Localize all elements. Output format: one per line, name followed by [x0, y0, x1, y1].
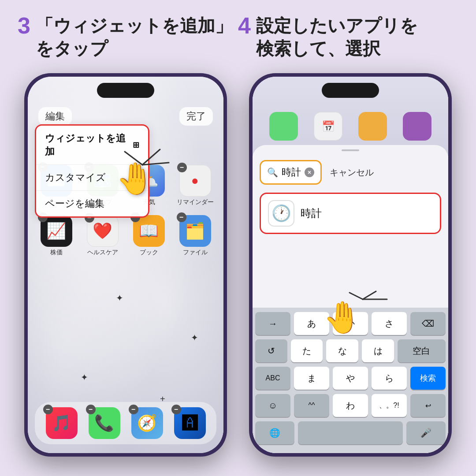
safari-dock[interactable]: − 🧭 [131, 407, 163, 439]
minus-badge: − [171, 405, 181, 414]
minus-badge: − [43, 405, 53, 414]
ra-key[interactable]: ら [372, 367, 407, 390]
search-icon: 🔍 [267, 167, 278, 178]
undo-key[interactable]: ↺ [255, 339, 287, 362]
files-app[interactable]: − 🗂️ ファイル [175, 215, 215, 257]
sparkle-2: ✦ [191, 332, 198, 343]
delete-key[interactable]: ⌫ [410, 312, 446, 335]
step4-block: 4 設定したいアプリを検索して、選択 [238, 14, 458, 60]
sparkle-1: ✦ [116, 293, 123, 303]
tap-hand-1: 🤚 [116, 160, 154, 197]
enter-key[interactable]: ↩ [410, 394, 446, 417]
calendar-icon: 📅 [314, 112, 342, 140]
kb-row-2: ABC ま や ら 検索 [255, 367, 446, 390]
reminders-icon: ● [191, 174, 199, 188]
search-clear-btn[interactable]: × [305, 167, 314, 177]
abc-key[interactable]: ABC [255, 367, 290, 390]
health-label: ヘルスケア [87, 249, 118, 257]
music-dock[interactable]: − 🎵 [46, 407, 78, 439]
widget-panel: 🔍 時計 × キャンセル 🕐 時計 [253, 145, 448, 453]
books-icon: 📖 [139, 222, 159, 240]
step3-number: 3 [18, 14, 30, 37]
tap-hand-2: 🤚 [323, 299, 361, 335]
cancel-btn[interactable]: キャンセル [326, 167, 374, 178]
mic-key[interactable]: 🎤 [406, 421, 446, 444]
blur-app-2: 📅 [314, 112, 342, 141]
ya-key[interactable]: や [333, 367, 368, 390]
books-app[interactable]: − 📖 ブック [129, 215, 169, 257]
search-text[interactable]: 時計 [282, 166, 301, 179]
phone1-screen: 編集 完了 ウィジェットを追加 ⊞ カスタマイズ ページを編集 [28, 77, 223, 453]
search-bar-row: 🔍 時計 × キャンセル [260, 160, 441, 185]
done-button[interactable]: 完了 [179, 107, 213, 126]
health-app[interactable]: − ❤️ ヘルスケア [83, 215, 123, 257]
kb-row-4: 🌐 🎤 [255, 421, 446, 444]
phones-container: 編集 完了 ウィジェットを追加 ⊞ カスタマイズ ページを編集 [0, 73, 476, 457]
stocks-icon: 📈 [46, 222, 66, 240]
blur-app-4 [403, 112, 431, 141]
stocks-label: 株価 [50, 249, 63, 257]
customize-label: カスタマイズ [45, 171, 106, 184]
minus-badge: − [129, 405, 138, 414]
hat-key[interactable]: ^^ [294, 394, 329, 417]
phone1-inner: 編集 完了 ウィジェットを追加 ⊞ カスタマイズ ページを編集 [28, 77, 223, 453]
reminders-label: リマインダー [177, 198, 214, 206]
safari-icon: 🧭 [137, 414, 157, 432]
phone-dock[interactable]: − 📞 [89, 407, 120, 439]
step3-block: 3 「ウィジェットを追加」をタップ [18, 14, 238, 60]
kana-space[interactable] [298, 421, 403, 444]
arrow-key[interactable]: → [255, 312, 290, 335]
phone1: 編集 完了 ウィジェットを追加 ⊞ カスタマイズ ページを編集 [24, 73, 227, 457]
phone-icon: 📞 [94, 414, 114, 432]
dock: − 🎵 − 📞 − 🧭 − 🅰 [35, 402, 216, 444]
dynamic-island-2 [322, 83, 379, 98]
svg-line-3 [350, 293, 363, 299]
minus-badge: − [177, 212, 186, 222]
stocks-app[interactable]: − 📈 株価 [37, 215, 76, 257]
svg-line-4 [363, 291, 376, 299]
appstore-icon: 🅰 [182, 414, 198, 432]
emoji-key[interactable]: ☺ [255, 394, 290, 417]
app-row-2: − 📈 株価 − ❤️ ヘルスケア [33, 215, 218, 257]
minus-badge: − [86, 405, 96, 414]
globe-key[interactable]: 🌐 [255, 421, 294, 444]
blur-app-1 [269, 112, 298, 141]
ta-key[interactable]: た [291, 339, 323, 362]
wa-key[interactable]: わ [333, 394, 368, 417]
phone2-inner: 📅 🔍 時計 × [253, 77, 448, 453]
clock-icon: 🕐 [268, 200, 294, 227]
kb-row-3: ☺ ^^ わ 、。?! ↩ [255, 394, 446, 417]
header: 3 「ウィジェットを追加」をタップ 4 設定したいアプリを検索して、選択 [0, 0, 476, 69]
punct-key[interactable]: 、。?! [372, 394, 407, 417]
space-key[interactable]: 空白 [398, 339, 446, 362]
edit-button[interactable]: 編集 [38, 107, 72, 126]
phone2-screen: 📅 🔍 時計 × [253, 77, 448, 453]
result-label: 時計 [301, 206, 322, 220]
files-label: ファイル [183, 249, 208, 257]
sparkle-3: ✦ [81, 372, 88, 383]
step4-title: 設定したいアプリを検索して、選択 [256, 14, 418, 60]
appstore-dock[interactable]: − 🅰 [174, 407, 206, 439]
edit-page-label: ページを編集 [45, 197, 104, 210]
blur-app-3 [358, 112, 387, 141]
search-key[interactable]: 検索 [410, 367, 446, 390]
search-bar-container: 🔍 時計 × キャンセル [253, 151, 448, 189]
files-icon: 🗂️ [185, 222, 205, 240]
health-icon: ❤️ [93, 222, 112, 240]
books-label: ブック [140, 249, 158, 257]
step3-title: 「ウィジェットを追加」をタップ [36, 14, 233, 60]
ma-key[interactable]: ま [294, 367, 329, 390]
step4-number: 4 [238, 14, 251, 37]
search-result-item[interactable]: 🕐 時計 [260, 193, 441, 234]
phone2: 📅 🔍 時計 × [249, 73, 452, 457]
search-bar[interactable]: 🔍 時計 × [260, 160, 322, 185]
music-icon: 🎵 [52, 414, 71, 432]
dynamic-island-1 [97, 83, 154, 98]
